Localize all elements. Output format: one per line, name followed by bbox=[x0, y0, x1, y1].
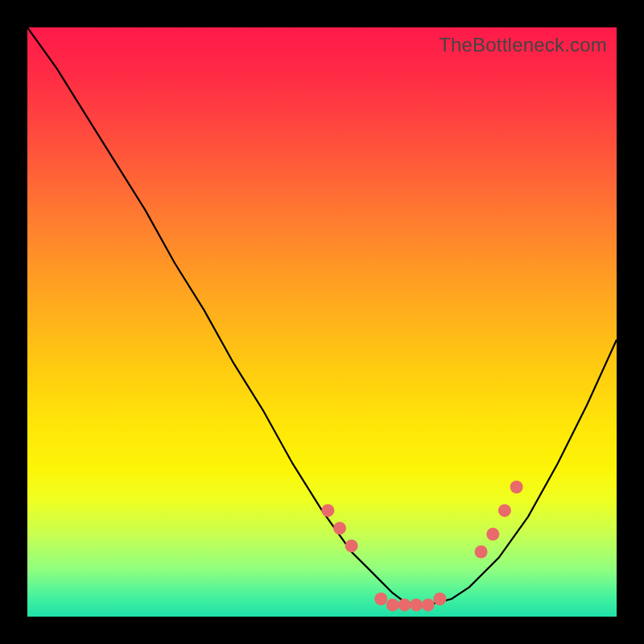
marker-point bbox=[386, 598, 399, 611]
marker-point bbox=[345, 539, 358, 552]
marker-point bbox=[398, 598, 411, 611]
marker-point bbox=[374, 592, 387, 605]
marker-point bbox=[433, 592, 446, 605]
chart-container: TheBottleneck.com bbox=[0, 0, 644, 644]
highlighted-points bbox=[321, 481, 522, 611]
marker-point bbox=[321, 504, 334, 517]
marker-point bbox=[422, 598, 435, 611]
plot-area: TheBottleneck.com bbox=[27, 27, 617, 617]
marker-point bbox=[498, 504, 511, 517]
marker-point bbox=[410, 598, 423, 611]
bottleneck-curve bbox=[27, 27, 617, 605]
chart-svg bbox=[27, 27, 617, 617]
marker-point bbox=[510, 481, 523, 493]
marker-point bbox=[475, 546, 488, 559]
marker-point bbox=[333, 522, 346, 535]
marker-point bbox=[486, 528, 499, 541]
